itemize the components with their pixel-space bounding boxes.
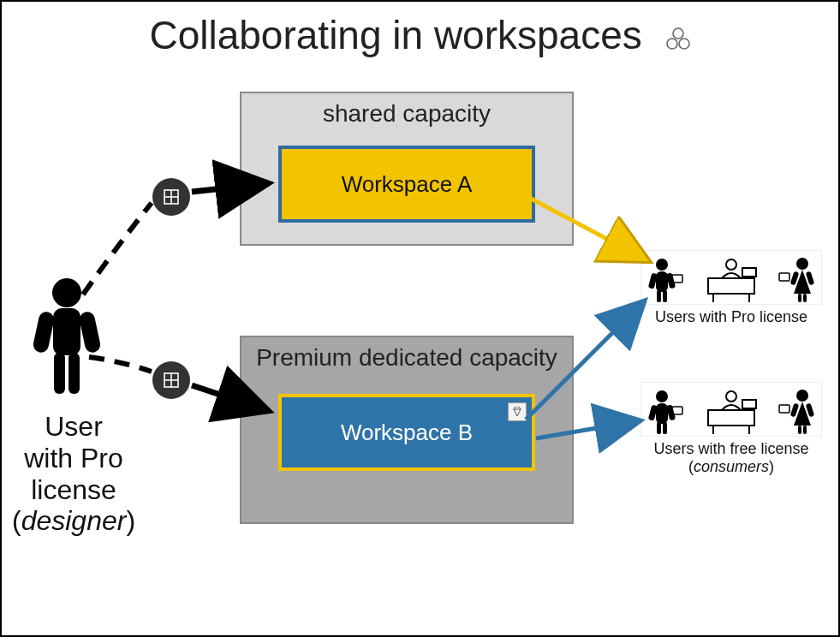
svg-rect-42 xyxy=(708,410,754,426)
svg-point-22 xyxy=(726,259,736,270)
workspace-a-label: Workspace A xyxy=(342,171,473,198)
free-users-subrole: consumers xyxy=(694,458,769,475)
workspace-b: Workspace B xyxy=(278,394,535,471)
free-users-icons xyxy=(640,382,822,437)
svg-point-2 xyxy=(679,39,689,49)
svg-rect-5 xyxy=(32,311,56,354)
svg-rect-45 xyxy=(742,400,756,408)
reload-icon xyxy=(665,15,691,62)
person-tablet-icon xyxy=(645,388,686,434)
free-users-block: Users with free license (consumers) xyxy=(640,382,822,476)
svg-rect-52 xyxy=(779,405,789,413)
svg-rect-23 xyxy=(708,278,754,294)
workspace-a: Workspace A xyxy=(278,146,535,223)
svg-rect-35 xyxy=(656,403,668,424)
svg-rect-33 xyxy=(779,273,789,281)
free-users-sub-close: ) xyxy=(769,458,774,475)
workspace-node-icon xyxy=(152,178,190,216)
designer-role-close: ) xyxy=(126,505,135,536)
svg-rect-7 xyxy=(54,353,65,394)
page-title: Collaborating in workspaces xyxy=(2,12,838,62)
pro-users-icons xyxy=(640,250,822,305)
workspace-node-icon xyxy=(152,361,190,399)
designer-caption: User with Pro license (designer) xyxy=(5,411,142,537)
page-title-text: Collaborating in workspaces xyxy=(149,13,641,57)
svg-rect-38 xyxy=(657,422,661,434)
svg-point-15 xyxy=(656,259,668,271)
svg-point-0 xyxy=(673,28,683,39)
svg-rect-8 xyxy=(69,353,80,394)
svg-rect-31 xyxy=(798,294,801,302)
designer-line2: with Pro xyxy=(24,443,123,473)
diagram-canvas: Collaborating in workspaces User with Pr… xyxy=(0,0,840,637)
svg-rect-19 xyxy=(657,290,661,302)
svg-point-34 xyxy=(656,390,668,402)
designer-line1: User xyxy=(45,411,103,442)
person-dress-icon xyxy=(777,388,818,434)
person-tablet-icon xyxy=(645,256,686,302)
svg-point-27 xyxy=(796,258,808,270)
designer-role: designer xyxy=(21,505,127,536)
svg-rect-32 xyxy=(803,294,807,302)
designer-person-icon xyxy=(26,276,108,399)
svg-point-1 xyxy=(667,39,677,49)
designer-role-open: ( xyxy=(12,505,21,536)
designer-line3: license xyxy=(31,474,116,505)
desk-user-icon xyxy=(698,256,765,302)
pro-users-label: Users with Pro license xyxy=(640,308,822,326)
person-dress-icon xyxy=(777,256,818,302)
free-users-label: Users with free license (consumers) xyxy=(640,440,822,476)
shared-capacity-label: shared capacity xyxy=(241,100,572,128)
svg-rect-51 xyxy=(803,426,807,434)
diamond-icon xyxy=(508,402,527,421)
svg-point-41 xyxy=(726,391,736,402)
workspace-b-label: Workspace B xyxy=(341,420,473,446)
svg-rect-20 xyxy=(663,290,667,302)
svg-point-3 xyxy=(52,278,81,307)
premium-capacity-label: Premium dedicated capacity xyxy=(241,344,572,372)
svg-point-46 xyxy=(796,390,808,402)
svg-rect-16 xyxy=(656,271,668,292)
desk-user-icon xyxy=(698,388,765,434)
free-users-label-text: Users with free license xyxy=(653,440,808,457)
svg-rect-39 xyxy=(663,422,667,434)
svg-rect-50 xyxy=(798,426,801,434)
svg-rect-26 xyxy=(742,268,756,277)
pro-users-block: Users with Pro license xyxy=(640,250,822,326)
svg-rect-4 xyxy=(53,308,80,355)
svg-rect-6 xyxy=(78,311,102,354)
